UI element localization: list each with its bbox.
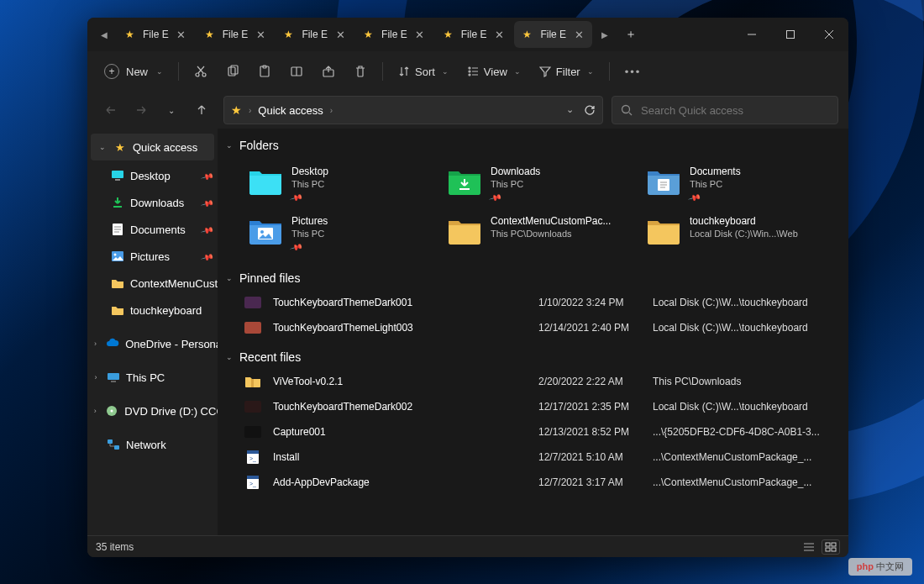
folder-item[interactable]: touchkeyboardLocal Disk (C:)\Win...\Web bbox=[643, 210, 833, 255]
tab-close-button[interactable]: ✕ bbox=[333, 28, 347, 41]
address-dropdown[interactable]: ⌄ bbox=[566, 104, 574, 116]
toolbar: + New ⌄ Sort ⌄ View ⌄ Filter ⌄ ••• bbox=[87, 51, 848, 92]
file-row[interactable]: ViVeTool-v0.2.12/20/2022 2:22 AMThis PC\… bbox=[244, 369, 833, 394]
search-icon bbox=[621, 104, 633, 116]
chevron-down-icon: ⌄ bbox=[442, 67, 449, 76]
filter-button[interactable]: Filter ⌄ bbox=[531, 56, 602, 87]
folder-item[interactable]: DownloadsThis PC📌 bbox=[444, 160, 634, 205]
search-input[interactable] bbox=[641, 104, 829, 117]
chevron-right-icon: › bbox=[330, 106, 333, 115]
address-location: Quick access bbox=[258, 104, 323, 117]
file-icon: >_ bbox=[244, 476, 261, 489]
minimize-button[interactable] bbox=[732, 18, 771, 51]
search-bar[interactable] bbox=[612, 96, 838, 124]
tab[interactable]: ★File E✕ bbox=[117, 21, 195, 48]
more-button[interactable]: ••• bbox=[617, 56, 650, 87]
sidebar-item[interactable]: Desktop📌 bbox=[87, 162, 218, 189]
close-button[interactable] bbox=[810, 18, 848, 51]
sidebar-item[interactable]: Pictures📌 bbox=[87, 243, 218, 270]
sidebar-this-pc[interactable]: › This PC bbox=[87, 364, 218, 391]
tab-label: File E bbox=[143, 29, 169, 40]
svg-line-7 bbox=[197, 66, 203, 73]
tab[interactable]: ★File E✕ bbox=[435, 21, 513, 48]
desktop-icon bbox=[248, 164, 283, 199]
tab[interactable]: ★File E✕ bbox=[514, 21, 592, 48]
share-button[interactable] bbox=[313, 56, 344, 87]
view-button[interactable]: View ⌄ bbox=[459, 56, 529, 87]
back-button[interactable] bbox=[97, 97, 124, 124]
sidebar-item[interactable]: touchkeyboard bbox=[87, 297, 218, 324]
new-button[interactable]: + New ⌄ bbox=[96, 56, 171, 87]
file-date: 12/14/2021 2:40 PM bbox=[538, 322, 648, 334]
file-name: TouchKeyboardThemeDark002 bbox=[273, 401, 533, 413]
tab-close-button[interactable]: ✕ bbox=[175, 28, 188, 41]
address-row: ⌄ ★ › Quick access › ⌄ bbox=[87, 92, 848, 129]
refresh-button[interactable] bbox=[584, 104, 596, 116]
file-name: Install bbox=[273, 451, 533, 463]
file-row[interactable]: >_Add-AppDevPackage12/7/2021 3:17 AM...\… bbox=[244, 470, 833, 495]
content-area: ⌄ Folders DesktopThis PC📌DownloadsThis P… bbox=[218, 129, 848, 535]
tab[interactable]: ★File E✕ bbox=[276, 21, 354, 48]
file-row[interactable]: TouchKeyboardThemeLight00312/14/2021 2:4… bbox=[244, 315, 833, 340]
tab-close-button[interactable]: ✕ bbox=[254, 28, 267, 41]
folder-item[interactable]: PicturesThis PC📌 bbox=[244, 210, 435, 255]
tab-close-button[interactable]: ✕ bbox=[572, 28, 585, 41]
chevron-down-icon: ⌄ bbox=[97, 143, 108, 151]
group-label: Folders bbox=[239, 139, 279, 152]
sidebar-label: Documents bbox=[130, 224, 186, 236]
paste-button[interactable] bbox=[249, 56, 280, 87]
sidebar-item[interactable]: Downloads📌 bbox=[87, 189, 218, 216]
sidebar-item[interactable]: Documents📌 bbox=[87, 216, 218, 243]
file-path: ...\ContextMenuCustomPackage_... bbox=[653, 451, 833, 463]
forward-button[interactable] bbox=[128, 97, 155, 124]
cut-button[interactable] bbox=[186, 56, 216, 87]
pin-icon: 📌 bbox=[201, 196, 214, 209]
delete-button[interactable] bbox=[345, 56, 375, 87]
tab-close-button[interactable]: ✕ bbox=[413, 28, 427, 41]
group-folders-header[interactable]: ⌄ Folders bbox=[226, 134, 833, 157]
svg-rect-1 bbox=[787, 31, 795, 39]
sidebar-dvd[interactable]: › DVD Drive (D:) CCCO bbox=[87, 397, 218, 424]
file-icon bbox=[244, 425, 261, 439]
folder-item[interactable]: ContextMenuCustomPac...This PC\Downloads bbox=[444, 210, 634, 255]
tab[interactable]: ★File E✕ bbox=[355, 21, 433, 48]
folder-location: This PC bbox=[291, 229, 328, 239]
svg-rect-36 bbox=[114, 445, 119, 450]
file-row[interactable]: TouchKeyboardThemeDark00212/17/2021 2:35… bbox=[244, 394, 833, 419]
sidebar-network[interactable]: › Network bbox=[87, 431, 218, 458]
pictures-icon bbox=[248, 213, 283, 249]
group-pinned-header[interactable]: ⌄ Pinned files bbox=[226, 266, 833, 290]
tab-close-button[interactable]: ✕ bbox=[492, 28, 506, 41]
sort-button[interactable]: Sort ⌄ bbox=[390, 56, 457, 87]
tab-label: File E bbox=[223, 29, 249, 40]
sidebar-label: ContextMenuCust bbox=[130, 277, 218, 290]
maximize-button[interactable] bbox=[771, 18, 810, 51]
svg-point-4 bbox=[196, 73, 199, 76]
copy-button[interactable] bbox=[218, 56, 248, 87]
new-tab-button[interactable]: ＋ bbox=[617, 18, 645, 51]
tab-scroll-right[interactable]: ▶ bbox=[593, 18, 617, 51]
file-row[interactable]: Capture00112/13/2021 8:52 PM...\{5205DFB… bbox=[244, 419, 833, 445]
rename-button[interactable] bbox=[281, 56, 312, 87]
tab[interactable]: ★File E✕ bbox=[197, 21, 275, 48]
file-row[interactable]: TouchKeyboardThemeDark0011/10/2022 3:24 … bbox=[244, 290, 833, 315]
svg-rect-55 bbox=[826, 548, 830, 551]
sidebar-item[interactable]: ContextMenuCust bbox=[87, 270, 218, 297]
tiles-view-button[interactable] bbox=[822, 539, 840, 555]
sidebar-onedrive[interactable]: › OneDrive - Personal bbox=[87, 330, 218, 357]
group-recent-header[interactable]: ⌄ Recent files bbox=[226, 345, 833, 369]
file-name: TouchKeyboardThemeLight003 bbox=[273, 322, 533, 334]
recent-locations-button[interactable]: ⌄ bbox=[158, 97, 185, 124]
file-row[interactable]: >_Install12/7/2021 5:10 AM...\ContextMen… bbox=[244, 445, 833, 470]
folder-item[interactable]: DocumentsThis PC📌 bbox=[643, 160, 833, 205]
address-bar[interactable]: ★ › Quick access › ⌄ bbox=[223, 96, 603, 124]
pin-icon: 📌 bbox=[201, 250, 214, 263]
sidebar-quick-access[interactable]: ⌄ ★ Quick access bbox=[91, 134, 214, 160]
details-view-button[interactable] bbox=[800, 539, 818, 555]
folder-item[interactable]: DesktopThis PC📌 bbox=[244, 160, 435, 205]
up-button[interactable] bbox=[188, 97, 215, 124]
svg-point-30 bbox=[114, 254, 117, 256]
tab-scroll-left[interactable]: ◀ bbox=[92, 18, 116, 51]
view-icon bbox=[467, 66, 479, 77]
downloads-icon bbox=[447, 164, 482, 199]
